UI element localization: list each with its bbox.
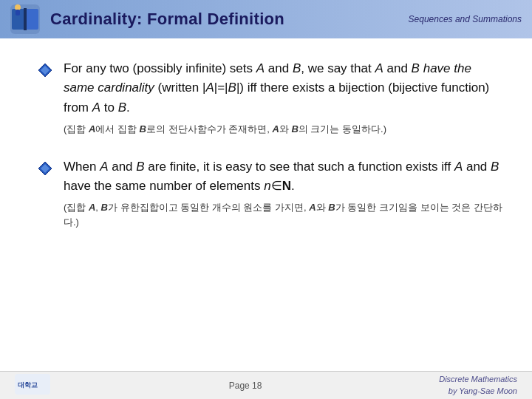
bullet1-main: For any two (possibly infinite) sets A a…	[64, 59, 502, 117]
footer-logo: 대학교	[15, 372, 52, 399]
footer-page: Page 18	[229, 381, 262, 391]
bullet-text-2: When A and B are finite, it is easy to s…	[64, 157, 502, 230]
main-content: For any two (possibly infinite) sets A a…	[0, 38, 532, 371]
bullet-item-2: When A and B are finite, it is easy to s…	[37, 157, 502, 230]
logo	[9, 3, 41, 35]
header-subtitle: Sequences and Summations	[409, 13, 522, 26]
bullet-text-1: For any two (possibly infinite) sets A a…	[64, 59, 502, 137]
bullet-icon-2	[37, 160, 53, 177]
svg-rect-5	[16, 10, 20, 16]
footer: 대학교 Page 18 Discrete Mathematics by Yang…	[0, 371, 532, 399]
bullet2-main: When A and B are finite, it is easy to s…	[64, 157, 502, 197]
svg-point-4	[15, 4, 21, 10]
svg-text:대학교: 대학교	[18, 381, 38, 389]
header: Cardinality: Formal Definition Sequences…	[0, 0, 532, 38]
bullet-icon-1	[37, 62, 53, 78]
page-title: Cardinality: Formal Definition	[50, 10, 284, 29]
svg-rect-3	[24, 8, 27, 30]
bullet1-sub: (집합 A에서 집합 B로의 전단사함수가 존재하면, A와 B의 크기는 동일…	[64, 122, 502, 137]
svg-rect-2	[25, 9, 38, 30]
footer-credit: Discrete Mathematics by Yang-Sae Moon	[439, 374, 517, 397]
bullet-item-1: For any two (possibly infinite) sets A a…	[37, 59, 502, 137]
bullet2-sub: (집합 A, B가 유한집합이고 동일한 개수의 원소를 가지면, A와 B가 …	[64, 200, 502, 229]
